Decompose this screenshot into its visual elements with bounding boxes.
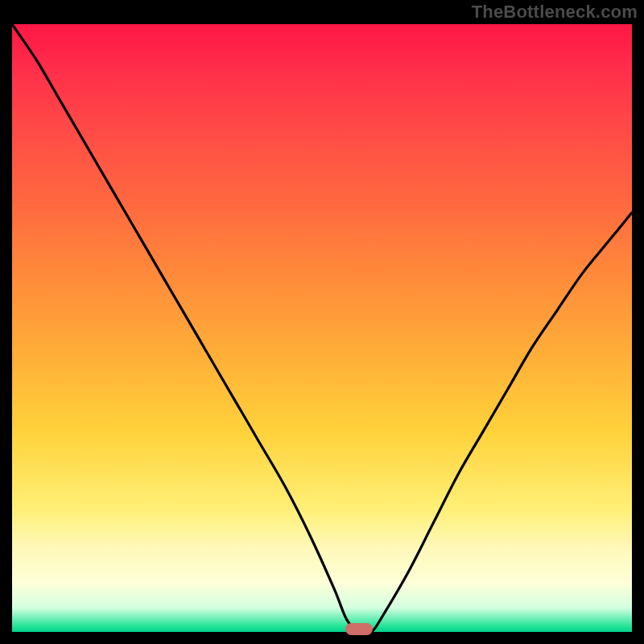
bottleneck-curve-svg <box>12 24 632 632</box>
bottleneck-curve-path <box>12 24 632 634</box>
plot-container <box>12 24 632 632</box>
chart-frame: TheBottleneck.com <box>0 0 644 644</box>
watermark-text: TheBottleneck.com <box>472 2 638 23</box>
optimal-match-marker <box>345 623 373 635</box>
